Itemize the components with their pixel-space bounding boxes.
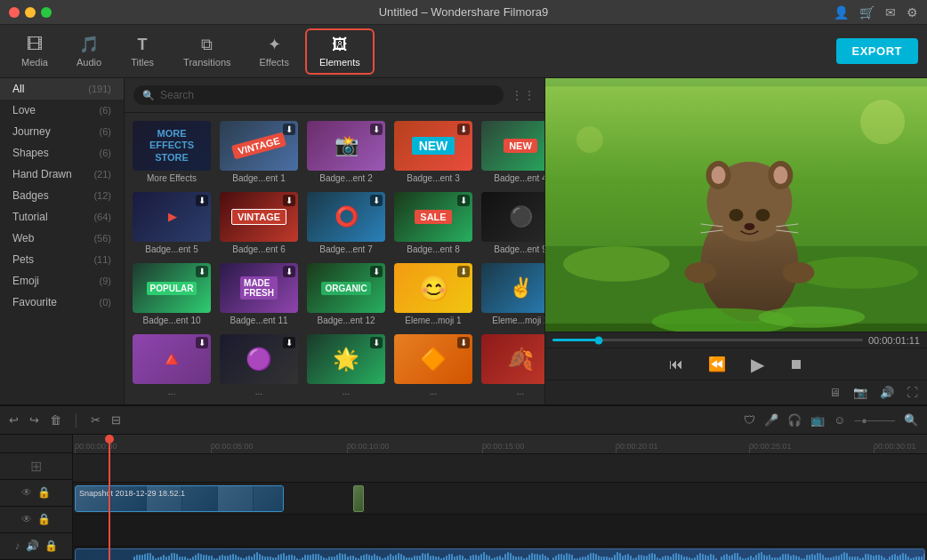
timeline-toolbar: ↩ ↪ 🗑 ✂ ⊟ 🛡 🎤 🎧 📺 ☺ ─●──── 🔍 xyxy=(0,406,927,435)
zoom-out-icon[interactable]: 🔍 xyxy=(904,413,918,427)
fullscreen-icon[interactable]: ⛶ xyxy=(907,386,918,399)
element-badge1[interactable]: VINTAGE ⬇ Badge...ent 1 xyxy=(217,118,301,186)
svg-point-12 xyxy=(744,223,754,230)
step-back-button[interactable]: ⏪ xyxy=(705,352,730,376)
tab-transitions[interactable]: ⧉ Transitions xyxy=(171,30,243,73)
emoji-icon[interactable]: ☺ xyxy=(834,413,845,427)
element-badge3[interactable]: NEW ⬇ Badge...ent 3 xyxy=(391,118,475,186)
element-badge6[interactable]: VINTAGE ⬇ Badge...ent 6 xyxy=(217,189,301,257)
element-badge10[interactable]: POPULAR ⬇ Badge...ent 10 xyxy=(130,260,214,328)
monitor-icon[interactable]: 🖥 xyxy=(829,386,841,399)
grid-view-icon[interactable]: ⋮⋮ xyxy=(511,88,536,102)
shield-icon[interactable]: 🛡 xyxy=(744,413,755,427)
element-badge11[interactable]: MADEFRESH ⬇ Badge...ent 11 xyxy=(217,260,301,328)
export-button[interactable]: EXPORT xyxy=(836,38,918,64)
tab-titles[interactable]: T Titles xyxy=(117,30,167,73)
go-start-button[interactable]: ⏮ xyxy=(665,353,687,376)
timeline-ruler: 00:00:00:00 00:00:05:00 00:00:10:00 00:0… xyxy=(73,435,927,454)
close-button[interactable] xyxy=(9,7,20,18)
toolbar-separator xyxy=(76,413,77,428)
sidebar-item-badges[interactable]: Badges (12) xyxy=(0,185,124,206)
headphones-icon[interactable]: 🎧 xyxy=(787,413,802,427)
download-badge: ⬇ xyxy=(283,266,295,277)
sidebar-item-shapes[interactable]: Shapes (6) xyxy=(0,142,124,164)
preview-scene xyxy=(545,78,927,332)
sidebar-item-emoji[interactable]: Emoji (9) xyxy=(0,270,124,292)
element-badge4[interactable]: NEW ⬇ Badge...ent 4 xyxy=(479,118,544,186)
track-video: Snapshot 2018-12-29 18.52.1 xyxy=(73,483,927,515)
svg-point-9 xyxy=(773,166,787,184)
elements-icon: 🖼 xyxy=(332,36,348,54)
element-emoji2[interactable]: ✌️ ⬇ Eleme...moji 2 xyxy=(479,260,544,328)
mic-icon[interactable]: 🎤 xyxy=(764,413,778,427)
track-audio: Kalimba // Generate waveform bars inline… xyxy=(73,547,927,560)
preview-video xyxy=(545,78,927,332)
download-badge: ⬇ xyxy=(196,266,208,277)
element-row4e[interactable]: 🍂 ⬇ ... xyxy=(479,332,544,399)
element-row4c[interactable]: 🌟 ⬇ ... xyxy=(304,332,388,399)
element-badge8[interactable]: SALE ⬇ Badge...ent 8 xyxy=(391,189,475,257)
sidebar-item-love[interactable]: Love (6) xyxy=(0,100,124,121)
element-badge12[interactable]: ORGANIC ⬇ Badge...ent 12 xyxy=(304,260,388,328)
progress-fill xyxy=(552,339,599,341)
sidebar-item-tutorial[interactable]: Tutorial (64) xyxy=(0,206,124,228)
track-controls-add: ⊞ xyxy=(0,453,72,480)
maximize-button[interactable] xyxy=(41,7,52,18)
timeline-body: ⊞ 👁 🔒 👁 🔒 ♪ 🔊 🔒 00:00:00:00 xyxy=(0,435,927,560)
sidebar-item-web[interactable]: Web (56) xyxy=(0,228,124,249)
visibility-icon-2[interactable]: 👁 xyxy=(21,513,32,525)
timeline-track-headers: ⊞ 👁 🔒 👁 🔒 ♪ 🔊 🔒 xyxy=(0,435,73,560)
add-track-icon[interactable]: ⊞ xyxy=(30,458,42,475)
svg-point-20 xyxy=(758,307,865,328)
screen-icon[interactable]: 📺 xyxy=(810,413,825,427)
undo-icon[interactable]: ↩ xyxy=(9,413,19,427)
audio-clip[interactable]: Kalimba // Generate waveform bars inline… xyxy=(75,548,925,560)
search-wrapper: 🔍 xyxy=(133,85,504,105)
tab-audio[interactable]: 🎵 Audio xyxy=(64,29,114,73)
playhead-handle[interactable] xyxy=(105,435,114,444)
sidebar-item-favourite[interactable]: Favourite (0) xyxy=(0,292,124,313)
element-badge5[interactable]: ▶ ⬇ Badge...ent 5 xyxy=(130,189,214,257)
sidebar-item-journey[interactable]: Journey (6) xyxy=(0,121,124,142)
search-input[interactable] xyxy=(160,89,495,101)
content-area: 🔍 ⋮⋮ MOREEFFECTSSTORE More Effects VINTA… xyxy=(125,78,544,404)
delete-icon[interactable]: 🗑 xyxy=(50,413,61,427)
lock-icon-3[interactable]: 🔒 xyxy=(44,540,58,552)
element-badge2[interactable]: 📸 ⬇ Badge...ent 2 xyxy=(304,118,388,186)
minimize-button[interactable] xyxy=(25,7,36,18)
video-clip[interactable]: Snapshot 2018-12-29 18.52.1 xyxy=(75,485,284,512)
titles-icon: T xyxy=(138,36,148,54)
cut-icon[interactable]: ✂ xyxy=(91,413,101,427)
element-badge9[interactable]: ⚫ ⬇ Badge...ent 9 xyxy=(479,189,544,257)
element-badge7[interactable]: ⭕ ⬇ Badge...ent 7 xyxy=(304,189,388,257)
tab-effects[interactable]: ✦ Effects xyxy=(247,29,302,73)
sidebar-item-all[interactable]: All (191) xyxy=(0,78,124,100)
play-button[interactable]: ▶ xyxy=(747,350,768,379)
lock-icon-2[interactable]: 🔒 xyxy=(37,513,51,525)
window-controls xyxy=(9,7,52,18)
playback-progress[interactable] xyxy=(552,339,863,341)
volume-icon-2[interactable]: 🔊 xyxy=(26,540,39,552)
element-emoji1[interactable]: 😊 ⬇ Eleme...moji 1 xyxy=(391,260,475,328)
element-clip[interactable] xyxy=(353,485,364,512)
tab-media[interactable]: 🎞 Media xyxy=(9,30,60,73)
download-badge: ⬇ xyxy=(457,195,470,206)
search-icon: 🔍 xyxy=(142,90,155,101)
redo-icon[interactable]: ↪ xyxy=(29,413,39,427)
split-icon[interactable]: ⊟ xyxy=(111,413,121,427)
sidebar-item-hand-drawn[interactable]: Hand Drawn (21) xyxy=(0,164,124,185)
ruler-tick-0 xyxy=(75,448,76,453)
sidebar-item-pets[interactable]: Pets (11) xyxy=(0,249,124,270)
progress-handle[interactable] xyxy=(595,336,603,344)
lock-icon[interactable]: 🔒 xyxy=(37,486,51,499)
element-row4a[interactable]: 🔺 ⬇ ... xyxy=(130,332,214,399)
element-row4b[interactable]: 🟣 ⬇ ... xyxy=(217,332,301,399)
camera-icon[interactable]: 📷 xyxy=(853,386,867,399)
sidebar-collapse-button[interactable]: ◀ xyxy=(124,226,125,258)
element-more-effects[interactable]: MOREEFFECTSSTORE More Effects xyxy=(130,118,214,186)
stop-button[interactable]: ⏹ xyxy=(786,353,807,376)
visibility-icon[interactable]: 👁 xyxy=(21,486,32,499)
element-row4d[interactable]: 🔶 ⬇ ... xyxy=(391,332,475,399)
volume-icon[interactable]: 🔊 xyxy=(880,386,894,399)
tab-elements[interactable]: 🖼 Elements xyxy=(305,28,375,75)
